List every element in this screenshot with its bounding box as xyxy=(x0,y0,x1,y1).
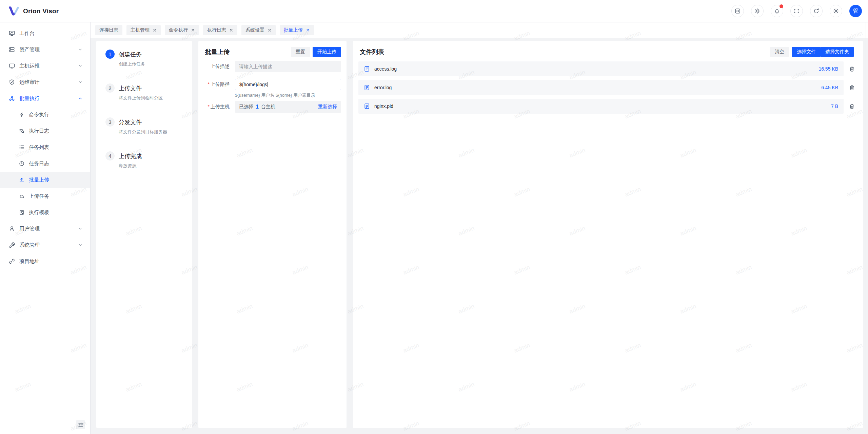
sidebar-item-label: 执行日志 xyxy=(29,128,83,134)
sidebar-item-users[interactable]: 用户管理 xyxy=(0,221,90,237)
file-name: nginx.pid xyxy=(374,103,831,109)
delete-file-button[interactable] xyxy=(848,65,855,72)
upload-path-input[interactable]: ${home}/logs xyxy=(235,79,341,90)
content-area: 连接日志 主机管理 命令执行 执行日志 系统设置 xyxy=(91,22,868,434)
sidebar-subitem-exec-template[interactable]: 执行模板 xyxy=(0,204,90,221)
panel-title: 文件列表 xyxy=(360,48,384,56)
refresh-button[interactable] xyxy=(810,5,823,17)
trash-icon xyxy=(849,85,855,91)
page-scrollbar[interactable] xyxy=(866,0,866,434)
step-description: 释放资源 xyxy=(119,163,142,169)
tab-connection-log[interactable]: 连接日志 xyxy=(95,25,122,35)
tab-close-icon[interactable] xyxy=(153,28,157,32)
sidebar-item-workbench[interactable]: 工作台 xyxy=(0,25,90,41)
step-number: 2 xyxy=(105,83,115,93)
upload-path-helper: ${username} 用户名 ${home} 用户家目录 xyxy=(235,92,341,98)
chevron-down-icon xyxy=(78,47,83,52)
reset-button[interactable]: 重置 xyxy=(291,47,310,57)
file-icon xyxy=(364,84,370,91)
upload-host-label: 上传主机 xyxy=(205,104,230,110)
tab-batch-upload[interactable]: 批量上传 xyxy=(280,25,314,35)
reselect-hosts-link[interactable]: 重新选择 xyxy=(318,104,337,110)
tab-label: 命令执行 xyxy=(169,27,188,33)
sidebar-item-label: 项目地址 xyxy=(19,258,83,265)
sidebar-subitem-task-log[interactable]: 任务日志 xyxy=(0,155,90,172)
tab-label: 批量上传 xyxy=(284,27,303,33)
step-upload-complete: 4 上传完成 释放资源 xyxy=(105,151,186,185)
app-title: Orion Visor xyxy=(23,7,59,15)
clear-files-button[interactable]: 清空 xyxy=(770,47,789,57)
steps-panel: 1 创建任务 创建上传任务 2 上传文件 将文件上传到临时分区 xyxy=(96,41,192,428)
fullscreen-button[interactable] xyxy=(790,5,803,17)
notification-dot xyxy=(780,4,783,8)
sidebar-item-host-ops[interactable]: 主机运维 xyxy=(0,58,90,74)
assets-icon xyxy=(9,46,15,53)
sidebar-item-audit[interactable]: 运维审计 xyxy=(0,74,90,90)
trash-icon xyxy=(849,66,855,72)
step-upload-files: 2 上传文件 将文件上传到临时分区 xyxy=(105,83,186,117)
sidebar-item-batch-exec[interactable]: 批量执行 xyxy=(0,90,90,107)
sidebar-subitem-command-exec[interactable]: 命令执行 xyxy=(0,107,90,123)
sidebar-item-label: 用户管理 xyxy=(19,226,78,232)
step-distribute-files: 3 分发文件 将文件分发到目标服务器 xyxy=(105,117,186,151)
sidebar-item-label: 系统管理 xyxy=(19,242,78,248)
tab-close-icon[interactable] xyxy=(306,28,310,32)
host-selected-prefix: 已选择 xyxy=(239,104,253,110)
sidebar-item-label: 任务列表 xyxy=(29,144,83,151)
file-size: 6.45 KB xyxy=(821,85,838,90)
code-icon xyxy=(735,8,741,14)
step-description: 创建上传任务 xyxy=(119,61,145,67)
dashboard-icon xyxy=(9,30,15,36)
sidebar-item-label: 工作台 xyxy=(19,30,83,37)
app-header: Orion Visor xyxy=(0,0,868,22)
chevron-up-icon xyxy=(78,96,83,101)
trash-icon xyxy=(849,103,855,109)
sidebar-item-assets[interactable]: 资产管理 xyxy=(0,41,90,58)
sidebar-subitem-batch-upload[interactable]: 批量上传 xyxy=(0,172,90,188)
upload-path-label: 上传路径 xyxy=(205,81,230,88)
tab-close-icon[interactable] xyxy=(268,28,272,32)
notifications-button[interactable] xyxy=(771,5,783,17)
app-logo: Orion Visor xyxy=(8,6,59,16)
tab-label: 主机管理 xyxy=(131,27,150,33)
sidebar-subitem-task-list[interactable]: 任务列表 xyxy=(0,139,90,155)
sidebar-item-label: 任务日志 xyxy=(29,161,83,167)
header-actions: 管 xyxy=(731,5,862,17)
tab-command-exec[interactable]: 命令执行 xyxy=(165,25,199,35)
tab-close-icon[interactable] xyxy=(191,28,195,32)
file-list-panel: 文件列表 清空 选择文件 选择文件夹 access.log 16.55 KB xyxy=(353,41,863,428)
sidebar-item-label: 命令执行 xyxy=(29,112,83,118)
upload-desc-input[interactable] xyxy=(235,61,341,72)
upload-path-value: ${home}/logs xyxy=(239,82,267,87)
upload-host-selector: 已选择 1 台主机 重新选择 xyxy=(235,101,341,113)
tab-host-management[interactable]: 主机管理 xyxy=(126,25,161,35)
user-avatar[interactable]: 管 xyxy=(849,5,862,17)
tab-close-icon[interactable] xyxy=(229,28,233,32)
template-icon xyxy=(19,210,24,215)
tab-system-settings[interactable]: 系统设置 xyxy=(241,25,276,35)
sidebar-collapse-button[interactable] xyxy=(76,420,85,429)
delete-file-button[interactable] xyxy=(848,84,855,91)
upload-form-panel: 批量上传 重置 开始上传 上传描述 上传路径 xyxy=(198,41,347,428)
settings-button[interactable] xyxy=(830,5,842,17)
select-folder-button[interactable]: 选择文件夹 xyxy=(821,47,854,57)
sidebar-subitem-exec-log[interactable]: 执行日志 xyxy=(0,123,90,139)
file-icon xyxy=(364,66,370,72)
cloud-icon xyxy=(19,193,24,199)
step-number: 3 xyxy=(105,117,115,127)
sidebar-item-system[interactable]: 系统管理 xyxy=(0,237,90,253)
menu-fold-icon xyxy=(78,422,83,428)
delete-file-button[interactable] xyxy=(848,103,855,110)
sidebar-subitem-upload-task[interactable]: 上传任务 xyxy=(0,188,90,204)
file-size: 16.55 KB xyxy=(818,66,838,72)
select-files-button[interactable]: 选择文件 xyxy=(792,47,821,57)
tab-exec-log[interactable]: 执行日志 xyxy=(203,25,237,35)
monitor-icon xyxy=(9,63,15,69)
sidebar-item-project-url[interactable]: 项目地址 xyxy=(0,253,90,269)
sidebar: 工作台 资产管理 主机运维 运维审计 批量执行 xyxy=(0,22,91,434)
code-preview-button[interactable] xyxy=(731,5,744,17)
start-upload-button[interactable]: 开始上传 xyxy=(313,47,341,57)
theme-toggle-button[interactable] xyxy=(751,5,764,17)
cards-row: 1 创建任务 创建上传任务 2 上传文件 将文件上传到临时分区 xyxy=(91,38,868,434)
nodes-icon xyxy=(9,95,15,101)
